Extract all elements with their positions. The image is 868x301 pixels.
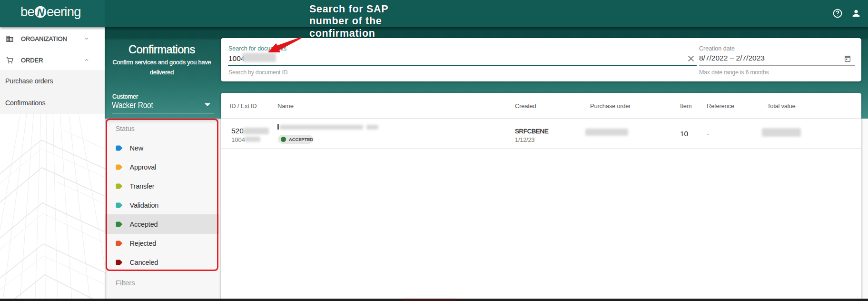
svg-text:N: N bbox=[37, 7, 45, 18]
